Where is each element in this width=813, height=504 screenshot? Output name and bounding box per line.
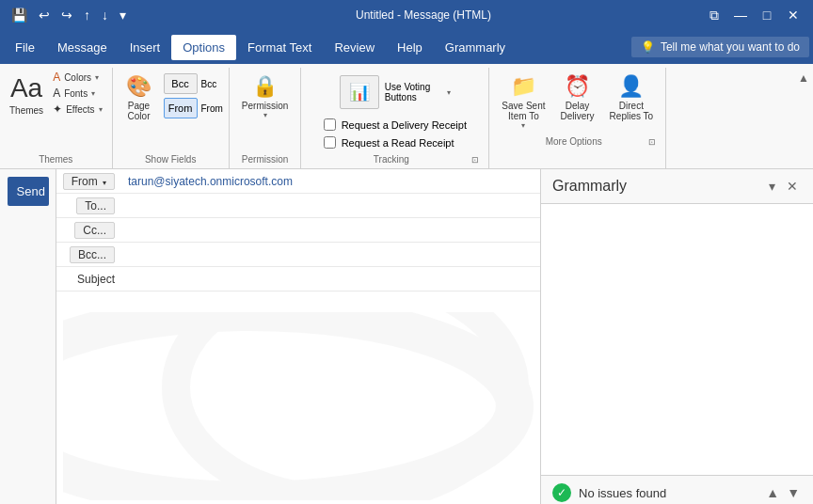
- subject-field-row: Subject: [56, 267, 540, 291]
- redo-icon[interactable]: ↪: [57, 6, 76, 24]
- effects-arrow-icon: ▾: [99, 105, 103, 114]
- grammarly-scroll-controls: ▲ ▼: [764, 483, 802, 502]
- tracking-label-row: Tracking ⊡: [307, 152, 483, 166]
- page-color-button[interactable]: 🎨 PageColor: [119, 70, 160, 126]
- grammarly-collapse-button[interactable]: ▾: [765, 177, 779, 196]
- delay-delivery-label: DelayDelivery: [560, 101, 594, 121]
- show-fields-items: 🎨 PageColor Bcc Bcc From From: [119, 70, 223, 152]
- more-options-label-row: More Options ⊡: [495, 134, 660, 149]
- more-icon[interactable]: ▾: [116, 6, 130, 24]
- themes-items: Aa Themes A Colors ▾ A Fonts ▾ ✦ Effects…: [6, 70, 106, 152]
- colors-arrow-icon: ▾: [95, 73, 99, 82]
- delay-delivery-button[interactable]: ⏰ DelayDelivery: [553, 70, 600, 126]
- more-options-expand-icon[interactable]: ⊡: [648, 137, 656, 147]
- to-button[interactable]: To...: [76, 197, 115, 214]
- tracking-group-label: Tracking: [311, 152, 471, 166]
- bcc-field-button[interactable]: Bcc...: [70, 246, 115, 263]
- bcc-label: Bcc: [164, 73, 198, 94]
- page-color-label: PageColor: [128, 101, 151, 121]
- ribbon-group-themes: Aa Themes A Colors ▾ A Fonts ▾ ✦ Effects…: [0, 68, 113, 168]
- delivery-receipt-check[interactable]: Request a Delivery Receipt: [324, 118, 467, 131]
- direct-replies-label: DirectReplies To: [610, 101, 654, 121]
- ribbon-group-more-options: 📁 Save SentItem To ▾ ⏰ DelayDelivery 👤 D…: [489, 68, 666, 168]
- email-body[interactable]: [56, 291, 540, 504]
- title-bar: 💾 ↩ ↪ ↑ ↓ ▾ Untitled - Message (HTML) ⧉ …: [0, 0, 813, 30]
- quick-access: 💾 ↩ ↪ ↑ ↓ ▾: [8, 6, 130, 24]
- voting-icon: 📊: [340, 75, 379, 109]
- colors-label: Colors: [64, 72, 91, 83]
- read-receipt-label: Request a Read Receipt: [342, 137, 454, 149]
- down-icon[interactable]: ↓: [98, 6, 112, 24]
- bcc-button[interactable]: Bcc Bcc: [164, 73, 223, 94]
- subject-label: Subject: [56, 273, 122, 286]
- menu-insert[interactable]: Insert: [119, 35, 172, 60]
- permission-arrow: ▾: [263, 111, 267, 119]
- menu-message[interactable]: Message: [46, 35, 119, 60]
- email-main: From ▾ tarun@siyatech.onmicrosoft.com To…: [56, 169, 540, 504]
- undo-icon[interactable]: ↩: [35, 6, 54, 24]
- themes-small-btns: A Colors ▾ A Fonts ▾ ✦ Effects ▾: [49, 70, 105, 117]
- restore-down-button[interactable]: ⧉: [702, 4, 726, 26]
- menu-help[interactable]: Help: [386, 35, 434, 60]
- fonts-button[interactable]: A Fonts ▾: [49, 86, 105, 101]
- menu-grammarly[interactable]: Grammarly: [434, 35, 517, 60]
- colors-button[interactable]: A Colors ▾: [49, 70, 105, 85]
- from-btn-label: From: [164, 98, 198, 118]
- subject-input[interactable]: [122, 271, 540, 288]
- ribbon-group-tracking: 📊 Use Voting Buttons ▾ Request a Deliver…: [301, 68, 489, 168]
- to-input[interactable]: [122, 197, 540, 214]
- cc-button[interactable]: Cc...: [74, 222, 115, 239]
- effects-button[interactable]: ✦ Effects ▾: [49, 102, 105, 117]
- page-color-icon: 🎨: [126, 74, 151, 99]
- from-value: tarun@siyatech.onmicrosoft.com: [122, 173, 298, 190]
- ribbon-collapse-button[interactable]: ▲: [794, 68, 813, 88]
- ribbon: Aa Themes A Colors ▾ A Fonts ▾ ✦ Effects…: [0, 64, 813, 169]
- window-title: Untitled - Message (HTML): [145, 8, 702, 22]
- no-issues-label: No issues found: [579, 486, 666, 500]
- save-sent-arrow: ▾: [521, 121, 525, 130]
- email-watermark: [56, 291, 540, 504]
- delivery-receipt-checkbox[interactable]: [324, 118, 336, 131]
- themes-big-icon: Aa: [10, 73, 42, 103]
- bcc-input[interactable]: [122, 246, 540, 263]
- grammarly-footer: ✓ No issues found ▲ ▼: [541, 475, 813, 504]
- menu-format-text[interactable]: Format Text: [236, 35, 323, 60]
- read-receipt-check[interactable]: Request a Read Receipt: [324, 136, 467, 149]
- menu-file[interactable]: File: [4, 35, 46, 60]
- grammarly-up-button[interactable]: ▲: [764, 483, 781, 502]
- grammarly-header-buttons: ▾ ✕: [765, 177, 802, 196]
- grammarly-close-button[interactable]: ✕: [783, 177, 802, 196]
- save-sent-icon: 📁: [511, 74, 536, 99]
- from-button[interactable]: From ▾: [63, 173, 115, 190]
- menu-bar: File Message Insert Options Format Text …: [0, 30, 813, 64]
- from-label-area: From ▾: [56, 173, 122, 190]
- tell-me-box[interactable]: 💡 Tell me what you want to do: [631, 37, 809, 57]
- bcc-text: Bcc: [201, 79, 217, 89]
- tracking-expand-icon[interactable]: ⊡: [471, 155, 479, 165]
- direct-replies-button[interactable]: 👤 DirectReplies To: [603, 70, 661, 126]
- send-button[interactable]: Send: [8, 177, 49, 206]
- cc-input[interactable]: [122, 222, 540, 239]
- save-sent-button[interactable]: 📁 Save SentItem To ▾: [495, 70, 551, 134]
- menu-review[interactable]: Review: [323, 35, 386, 60]
- from-label: From: [72, 175, 98, 188]
- bcc-label-area: Bcc...: [56, 246, 122, 263]
- minimize-button[interactable]: —: [728, 4, 753, 26]
- voting-button[interactable]: 📊 Use Voting Buttons ▾: [340, 75, 451, 109]
- from-ribbon-button[interactable]: From From: [164, 98, 223, 118]
- permission-button[interactable]: 🔒 Permission ▾: [235, 70, 295, 124]
- themes-button[interactable]: Aa Themes: [6, 70, 47, 119]
- grammarly-down-button[interactable]: ▼: [785, 483, 802, 502]
- read-receipt-checkbox[interactable]: [324, 136, 336, 149]
- save-icon[interactable]: 💾: [8, 6, 31, 24]
- maximize-button[interactable]: □: [755, 4, 779, 26]
- menu-options[interactable]: Options: [171, 35, 236, 60]
- close-button[interactable]: ✕: [781, 4, 805, 26]
- themes-label: Themes: [9, 105, 43, 116]
- from-text: From: [201, 103, 223, 114]
- ribbon-group-permission: 🔒 Permission ▾ Permission: [230, 68, 301, 168]
- permission-label: Permission: [242, 101, 288, 111]
- up-icon[interactable]: ↑: [80, 6, 94, 24]
- bcc-field-row: Bcc...: [56, 243, 540, 267]
- grammarly-title: Grammarly: [552, 178, 627, 195]
